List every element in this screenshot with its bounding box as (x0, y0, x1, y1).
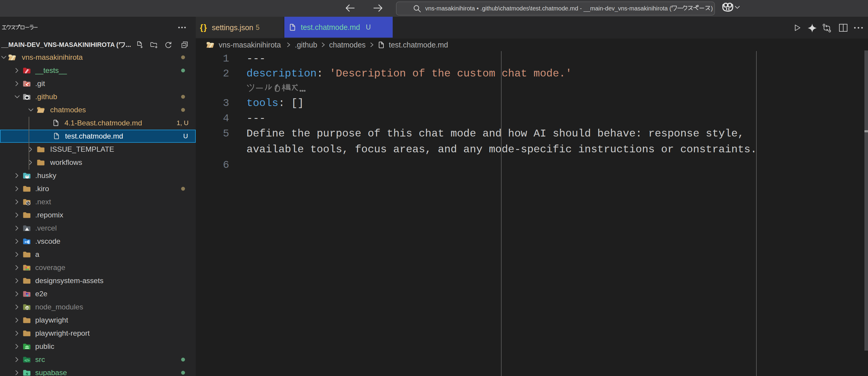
svg-text:N: N (27, 201, 29, 205)
svg-text:JS: JS (26, 307, 29, 310)
svg-text:</>: </> (25, 358, 30, 363)
